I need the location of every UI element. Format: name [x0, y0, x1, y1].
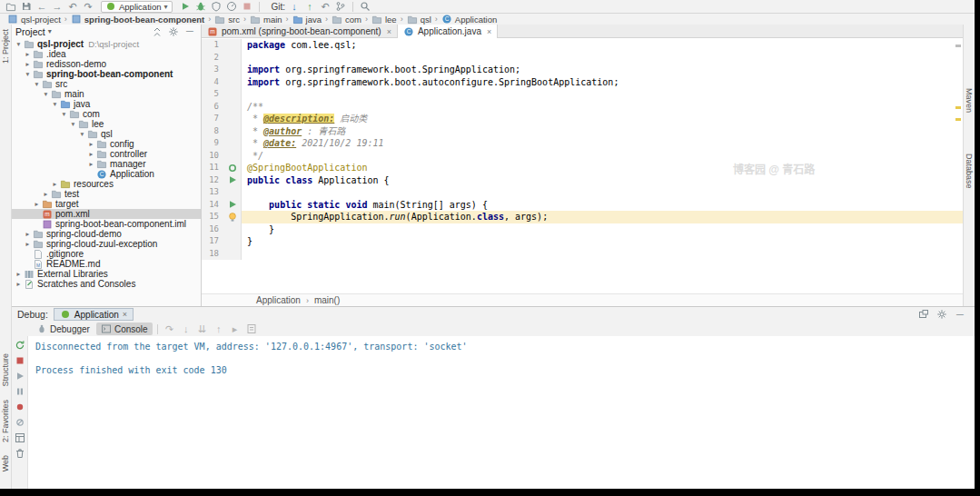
- git-update-icon[interactable]: ↓: [287, 1, 302, 13]
- tree-item-external-libraries[interactable]: ▸External Libraries: [12, 269, 201, 279]
- code-line-5[interactable]: 5: [202, 88, 963, 101]
- tree-item-resources[interactable]: ▸resources: [12, 179, 201, 189]
- resume-icon[interactable]: [13, 370, 27, 382]
- breadcrumb-item-com[interactable]: com: [330, 15, 363, 25]
- chevron-right-icon[interactable]: ▸: [15, 280, 23, 288]
- error-stripe-mark[interactable]: [955, 106, 961, 109]
- git-rollback-icon[interactable]: ↶: [318, 1, 332, 13]
- code-line-15[interactable]: 15 SpringApplication.run(Application.cla…: [202, 211, 963, 223]
- breadcrumb-item-spring-boot-bean-component[interactable]: spring-boot-bean-component: [69, 14, 206, 25]
- editor-tab-pom-xml-spring-boot-bean-component[interactable]: mpom.xml (spring-boot-bean-component)×: [202, 25, 398, 38]
- code-line-18[interactable]: 18: [202, 248, 963, 261]
- tree-item-scratches-and-consoles[interactable]: ▸Scratches and Consoles: [12, 279, 201, 289]
- tree-item-main[interactable]: ▾main: [12, 89, 201, 99]
- code-line-13[interactable]: 13: [202, 186, 963, 199]
- code-line-17[interactable]: 17}: [202, 235, 963, 248]
- tree-item-spring-cloud-zuul-exception[interactable]: ▸spring-cloud-zuul-exception: [12, 239, 201, 249]
- tree-item-spring-boot-bean-component-iml[interactable]: spring-boot-bean-component.iml: [12, 219, 201, 229]
- tool-window-button-structure[interactable]: Structure: [1, 353, 10, 387]
- search-icon[interactable]: [358, 1, 372, 13]
- bean-gutter-icon[interactable]: [223, 162, 242, 174]
- chevron-down-icon[interactable]: ▾: [42, 90, 50, 98]
- code-line-9[interactable]: 9 * @date: 2021/10/2 19:11: [202, 137, 963, 150]
- stop-icon[interactable]: [240, 1, 254, 13]
- chevron-down-icon[interactable]: ▾: [78, 130, 86, 138]
- float-icon[interactable]: [916, 309, 931, 321]
- run-gutter-icon[interactable]: [223, 199, 242, 212]
- tree-item-readme-md[interactable]: MREADME.md: [12, 259, 201, 269]
- tool-window-button-database[interactable]: Database: [965, 154, 974, 189]
- close-icon[interactable]: ×: [487, 27, 491, 36]
- profiler-icon[interactable]: [224, 1, 239, 13]
- tree-item-test[interactable]: ▸test: [12, 189, 201, 199]
- tree-item-com[interactable]: ▾com: [12, 109, 201, 119]
- breadcrumb-class[interactable]: Application: [256, 295, 301, 305]
- mute-breakpoints-icon[interactable]: [13, 416, 27, 428]
- tree-item-pom-xml[interactable]: mpom.xml: [12, 209, 201, 219]
- chevron-down-icon[interactable]: ▾: [60, 110, 68, 118]
- console-output[interactable]: Disconnected from the target VM, address…: [28, 336, 975, 489]
- chevron-down-icon[interactable]: ▾: [51, 100, 59, 108]
- open-icon[interactable]: [4, 1, 18, 13]
- chevron-right-icon[interactable]: ▸: [87, 140, 95, 148]
- close-icon[interactable]: ×: [387, 27, 391, 36]
- git-push-icon[interactable]: ↑: [302, 1, 317, 13]
- gear-icon[interactable]: [166, 25, 181, 37]
- chevron-right-icon[interactable]: ▸: [24, 240, 32, 248]
- code-line-12[interactable]: 12public class Application {: [202, 174, 963, 187]
- forward-icon[interactable]: →: [50, 1, 64, 13]
- chevron-down-icon[interactable]: ▾: [48, 27, 52, 35]
- tree-item-idea[interactable]: ▸.idea: [12, 49, 201, 59]
- tree-item-application[interactable]: CApplication: [12, 169, 201, 179]
- run-icon[interactable]: [178, 1, 193, 13]
- pause-icon[interactable]: [13, 385, 27, 397]
- rerun-icon[interactable]: [13, 339, 27, 351]
- tree-item-target[interactable]: ▸target: [12, 199, 201, 209]
- code-line-8[interactable]: 8 * @author : 青石路: [202, 125, 963, 138]
- close-icon[interactable]: ×: [123, 310, 127, 319]
- step-over-icon[interactable]: ↷: [163, 323, 177, 335]
- chevron-right-icon[interactable]: ▸: [87, 160, 95, 168]
- debug-icon[interactable]: [193, 1, 208, 13]
- chevron-down-icon[interactable]: ▾: [15, 40, 23, 48]
- breadcrumb-item-qsl-project[interactable]: qsl-project: [5, 14, 63, 25]
- chevron-down-icon[interactable]: ▾: [24, 70, 32, 78]
- code-editor[interactable]: 1package com.lee.qsl;23import org.spring…: [202, 39, 963, 293]
- step-out-icon[interactable]: ↑: [212, 323, 226, 335]
- breadcrumb-item-java[interactable]: java: [291, 15, 323, 25]
- chevron-right-icon[interactable]: ▸: [33, 200, 41, 208]
- chevron-right-icon[interactable]: ▸: [15, 270, 23, 278]
- chevron-right-icon[interactable]: ▸: [51, 180, 59, 188]
- collapse-all-icon[interactable]: [150, 25, 164, 37]
- gear-icon[interactable]: [935, 309, 949, 321]
- tree-item-src[interactable]: ▾src: [12, 79, 201, 89]
- debug-tab-console[interactable]: Console: [96, 322, 153, 335]
- breadcrumb-method[interactable]: main(): [314, 295, 340, 305]
- tree-item-spring-cloud-demo[interactable]: ▸spring-cloud-demo: [12, 229, 201, 239]
- back-icon[interactable]: ←: [35, 1, 49, 13]
- error-stripe-mark[interactable]: [955, 45, 961, 47]
- code-line-7[interactable]: 7 * @description: 启动类: [202, 113, 963, 125]
- view-breakpoints-icon[interactable]: [13, 401, 27, 412]
- tree-item-redisson-demo[interactable]: ▸redisson-demo: [12, 59, 201, 69]
- tree-item-controller[interactable]: ▸controller: [12, 149, 201, 159]
- tree-item-lee[interactable]: ▾lee: [12, 119, 201, 129]
- code-line-6[interactable]: 6/**: [202, 101, 963, 114]
- undo-icon[interactable]: ↶: [65, 1, 80, 13]
- evaluate-icon[interactable]: [244, 323, 259, 335]
- breadcrumb-item-application[interactable]: CApplication: [440, 14, 499, 25]
- code-line-4[interactable]: 4import org.springframework.boot.autocon…: [202, 76, 963, 89]
- tree-item-spring-boot-bean-component[interactable]: ▾spring-boot-bean-component: [12, 69, 201, 79]
- code-line-3[interactable]: 3import org.springframework.boot.SpringA…: [202, 64, 963, 76]
- tree-item-qsl[interactable]: ▾qsl: [12, 129, 201, 139]
- editor-tab-application-java[interactable]: CApplication.java×: [398, 25, 498, 38]
- code-line-2[interactable]: 2: [202, 52, 963, 64]
- project-panel-title[interactable]: Project: [15, 26, 45, 37]
- save-icon[interactable]: [19, 1, 34, 13]
- tree-item-qsl-project[interactable]: ▾qsl-projectD:\qsl-project: [12, 39, 201, 49]
- chevron-right-icon[interactable]: ▸: [24, 60, 32, 68]
- tool-window-button-2-favorites[interactable]: 2: Favorites: [1, 400, 10, 442]
- chevron-right-icon[interactable]: ▸: [24, 230, 32, 238]
- breadcrumb-item-src[interactable]: src: [213, 15, 242, 25]
- code-line-14[interactable]: 14 public static void main(String[] args…: [202, 199, 963, 212]
